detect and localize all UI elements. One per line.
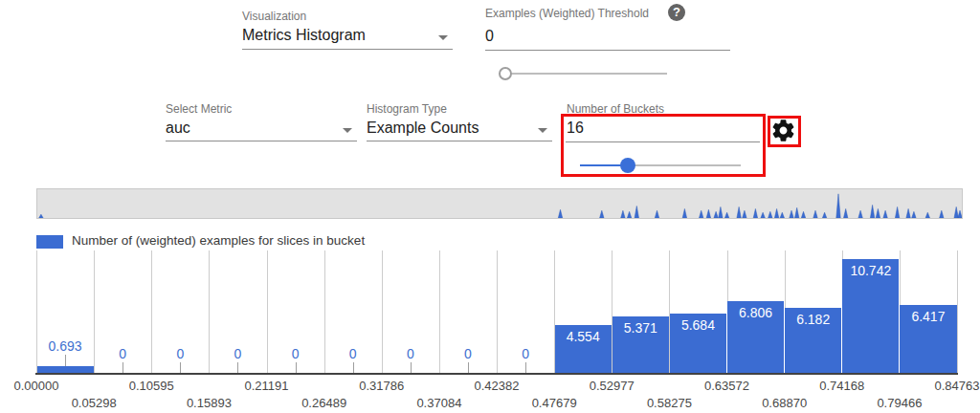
bar-value-label: 5.684 (669, 317, 726, 333)
x-tick-label: 0.00000 (3, 379, 70, 393)
buckets-slider[interactable] (572, 151, 748, 180)
threshold-input[interactable] (485, 28, 730, 45)
x-tick-label: 0.37084 (406, 396, 473, 410)
visualization-underline (242, 49, 453, 50)
gear-icon (770, 118, 796, 143)
histogram-plot: 0.693000000004.5545.3715.6846.8066.18210… (36, 250, 957, 374)
x-tick-label: 0.58275 (635, 396, 702, 410)
x-tick-label: 0.84763 (924, 379, 980, 393)
x-tick-label: 0.63572 (694, 379, 761, 393)
select-metric-underline (166, 141, 357, 141)
slices-overview-strip[interactable] (36, 188, 963, 219)
x-tick-label: 0.47679 (521, 396, 588, 410)
visualization-select[interactable]: Metrics Histogram (242, 27, 453, 50)
help-icon[interactable]: ? (668, 4, 685, 21)
slider-thumb[interactable] (620, 158, 635, 173)
bar-value-label: 0 (94, 346, 151, 361)
slider-thumb[interactable] (499, 67, 512, 80)
x-tick-label: 0.79466 (866, 396, 933, 410)
x-tick-label: 0.68870 (751, 396, 818, 410)
threshold-label: Examples (Weighted) Threshold (485, 7, 649, 20)
x-tick-label: 0.52977 (578, 379, 645, 393)
x-tick-label: 0.74168 (809, 379, 876, 393)
bar-value-label: 6.806 (727, 305, 785, 320)
buckets-input[interactable] (567, 120, 758, 137)
x-tick-label: 0.10595 (118, 379, 185, 393)
histogram-type-label: Histogram Type (367, 102, 447, 116)
x-axis-tick-labels: 0.000000.052980.105950.158930.211910.264… (36, 379, 957, 413)
bar-value-label: 0 (324, 346, 382, 361)
bar-value-label: 0 (497, 346, 554, 361)
buckets-label: Number of Buckets (567, 102, 664, 116)
x-tick-label: 0.26489 (291, 396, 358, 410)
threshold-field[interactable] (485, 28, 730, 49)
bar-value-label: 0 (151, 346, 209, 361)
threshold-underline (485, 50, 730, 51)
buckets-underline (566, 141, 760, 142)
bar-value-label: 0 (209, 346, 266, 361)
gridline (957, 250, 958, 374)
bar-value-label: 5.371 (612, 320, 669, 336)
select-metric-value: auc (166, 120, 190, 136)
bar-value-label: 6.182 (785, 312, 842, 327)
legend-color-swatch (36, 235, 63, 249)
bar-value-label: 0 (439, 346, 497, 361)
minimap-spikes (37, 189, 962, 218)
chevron-down-icon (438, 35, 448, 40)
select-metric-label: Select Metric (166, 102, 232, 116)
bar-value-label: 4.554 (554, 329, 612, 344)
bar-value-label: 0 (382, 346, 439, 361)
visualization-value: Metrics Histogram (242, 27, 366, 43)
x-tick-label: 0.31786 (348, 379, 415, 393)
tfma-metrics-histogram-view: { "controls": { "visualization": { "labe… (0, 0, 980, 413)
histogram-type-underline (367, 141, 552, 141)
histogram-type-value: Example Counts (367, 120, 479, 136)
x-axis-line (35, 373, 958, 375)
settings-button[interactable] (768, 116, 801, 147)
x-tick-label: 0.05298 (60, 396, 127, 410)
bar-value-label: 0.693 (36, 338, 94, 354)
histogram-type-select[interactable]: Example Counts (367, 120, 552, 142)
annotation-stem (65, 355, 66, 366)
chevron-down-icon (538, 128, 547, 133)
legend-label: Number of (weighted) examples for slices… (72, 233, 365, 248)
chevron-down-icon (343, 128, 352, 133)
slider-track (506, 73, 667, 75)
gridline (36, 250, 37, 374)
bar-value-label: 0 (267, 346, 324, 361)
bar-value-label: 6.417 (900, 309, 957, 324)
x-tick-label: 0.21191 (234, 379, 301, 393)
select-metric-select[interactable]: auc (166, 120, 357, 142)
x-tick-label: 0.42382 (463, 379, 530, 393)
buckets-field[interactable] (567, 120, 758, 141)
bar-value-label: 10.742 (842, 263, 900, 278)
threshold-slider[interactable] (499, 59, 675, 88)
visualization-label: Visualization (242, 10, 306, 23)
x-tick-label: 0.15893 (175, 396, 242, 410)
